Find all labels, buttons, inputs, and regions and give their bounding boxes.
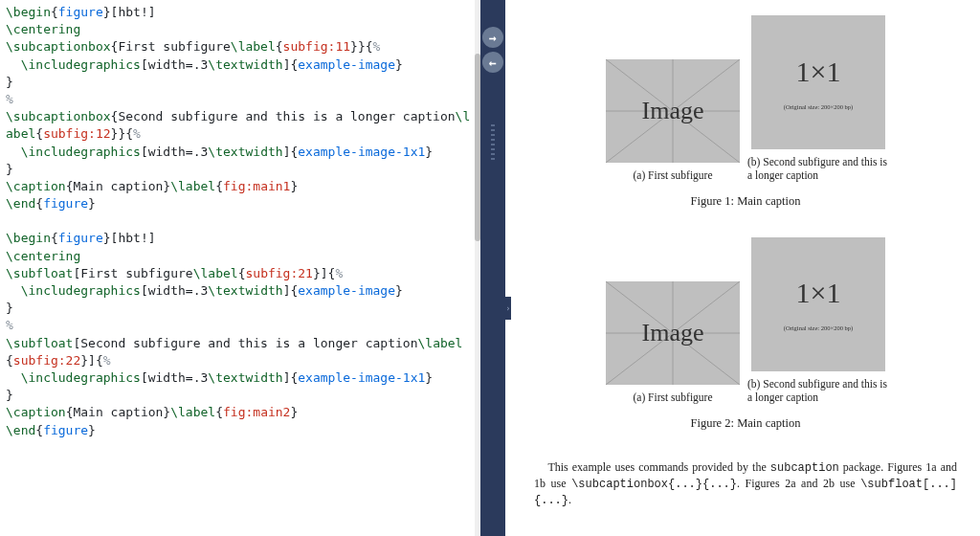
token: \caption — [6, 405, 66, 419]
source-line[interactable]: \begin{figure}[hbt!] — [6, 230, 475, 247]
source-line[interactable]: } — [6, 161, 475, 178]
token: { — [35, 423, 43, 437]
token: ]{ — [283, 283, 299, 298]
token: \subfloat — [6, 266, 73, 280]
token: \includegraphics — [21, 57, 141, 72]
token: \begin — [6, 231, 51, 245]
token: example-image-1x1 — [298, 145, 425, 159]
source-line[interactable]: \includegraphics[width=.3\textwidth]{exa… — [6, 369, 475, 387]
token: { — [51, 5, 58, 19]
token: } — [6, 162, 13, 176]
figure-1a-caption: (a) First subfigure — [602, 168, 744, 182]
source-line[interactable]: } — [6, 74, 475, 91]
token: \textwidth — [208, 370, 282, 385]
source-line[interactable] — [6, 212, 475, 230]
token: \includegraphics — [21, 370, 141, 385]
token: } — [425, 370, 433, 385]
source-line[interactable]: \includegraphics[width=.3\textwidth]{exa… — [6, 282, 475, 300]
token: \includegraphics — [21, 283, 141, 298]
token: \textwidth — [208, 145, 282, 159]
token: }]{ — [80, 353, 102, 368]
source-line[interactable]: \subfloat[Second subfigure and this is a… — [6, 335, 475, 369]
figure-1-row: Image (a) First subfigure 1×1 (Original … — [534, 15, 957, 183]
figure-1b: 1×1 (Original size: 200×200 bp) (b) Seco… — [751, 15, 885, 183]
source-line[interactable]: \caption{Main caption}\label{fig:main2} — [6, 404, 475, 421]
token: { — [215, 405, 223, 419]
source-line[interactable]: % — [6, 91, 475, 108]
token: ]{ — [283, 370, 299, 385]
token: example-image-1x1 — [298, 370, 425, 385]
source-line[interactable]: \begin{figure}[hbt!] — [6, 4, 475, 21]
drag-handle-icon[interactable] — [491, 124, 495, 163]
token: { — [276, 39, 283, 54]
token: \textwidth — [208, 283, 282, 298]
token: { — [6, 353, 13, 368]
para-code: subcaption — [770, 461, 839, 475]
figure-1-maincaption: Figure 1: Main caption — [534, 194, 957, 209]
token: subfig:22 — [13, 353, 80, 368]
token: }}{ — [111, 126, 133, 141]
token: } — [88, 423, 96, 437]
image-text: Image — [642, 319, 704, 347]
token: } — [425, 145, 433, 159]
token: \label — [170, 405, 215, 419]
token: ]{ — [283, 57, 299, 72]
token: } — [88, 196, 96, 211]
source-line[interactable]: \centering — [6, 21, 475, 38]
token: }[hbt!] — [103, 231, 156, 245]
body-paragraph: This example uses commands provided by t… — [534, 459, 957, 509]
source-line[interactable]: } — [6, 387, 475, 404]
sync-back-button[interactable]: ← — [482, 52, 503, 73]
token: fig:main1 — [223, 179, 290, 193]
token: [width=.3 — [141, 370, 208, 385]
source-line[interactable]: \subcaptionbox{Second subfigure and this… — [6, 108, 475, 143]
token: % — [133, 126, 141, 141]
example-image-placeholder: Image — [606, 281, 740, 385]
source-line[interactable]: % — [6, 317, 475, 334]
source-line[interactable]: \includegraphics[width=.3\textwidth]{exa… — [6, 144, 475, 161]
source-line[interactable]: } — [6, 300, 475, 317]
expand-pane-button[interactable]: › — [505, 297, 511, 320]
token: subfig:12 — [43, 126, 110, 141]
token: \label — [193, 266, 238, 280]
figure-2a: Image (a) First subfigure — [606, 281, 740, 404]
token: \includegraphics — [21, 145, 141, 159]
example-image-placeholder: Image — [606, 59, 740, 163]
source-line[interactable]: \subcaptionbox{First subfigure\label{sub… — [6, 38, 475, 56]
token: % — [103, 353, 111, 368]
token: \subcaptionbox — [6, 109, 111, 123]
token: ]{ — [283, 145, 299, 159]
token: subfig:11 — [283, 39, 350, 54]
source-line[interactable]: \end{figure} — [6, 422, 475, 439]
para-text: . — [568, 493, 571, 506]
pdf-preview[interactable]: Image (a) First subfigure 1×1 (Original … — [505, 0, 980, 536]
token — [6, 370, 21, 385]
example-image-1x1-placeholder: 1×1 (Original size: 200×200 bp) — [751, 237, 885, 371]
source-line[interactable]: \subfloat[First subfigure\label{subfig:2… — [6, 265, 475, 282]
pane-divider[interactable]: → ← › — [480, 0, 505, 536]
token — [6, 57, 21, 72]
token: \label — [170, 179, 215, 193]
token: } — [6, 301, 13, 315]
source-line[interactable]: \caption{Main caption}\label{fig:main1} — [6, 178, 475, 195]
sync-forward-button[interactable]: → — [482, 27, 503, 48]
token: \centering — [6, 249, 80, 263]
token: [width=.3 — [141, 145, 208, 159]
source-line[interactable]: \centering — [6, 248, 475, 265]
token: }}{ — [350, 39, 372, 54]
token: }[hbt!] — [103, 5, 156, 19]
figure-1: Image (a) First subfigure 1×1 (Original … — [534, 15, 957, 209]
token: {Second subfigure and this is a longer c… — [111, 109, 456, 123]
token: % — [335, 266, 343, 280]
source-line[interactable]: \end{figure} — [6, 195, 475, 212]
token: \label — [417, 336, 462, 350]
token — [6, 283, 21, 298]
latex-source-editor[interactable]: \begin{figure}[hbt!]\centering\subcaptio… — [0, 0, 480, 536]
token: } — [290, 405, 298, 419]
token: \label — [231, 39, 276, 54]
onebyone-small: (Original size: 200×200 bp) — [784, 103, 853, 110]
token: [width=.3 — [141, 283, 208, 298]
token: % — [6, 318, 13, 332]
token: subfig:21 — [245, 266, 312, 280]
source-line[interactable]: \includegraphics[width=.3\textwidth]{exa… — [6, 56, 475, 74]
